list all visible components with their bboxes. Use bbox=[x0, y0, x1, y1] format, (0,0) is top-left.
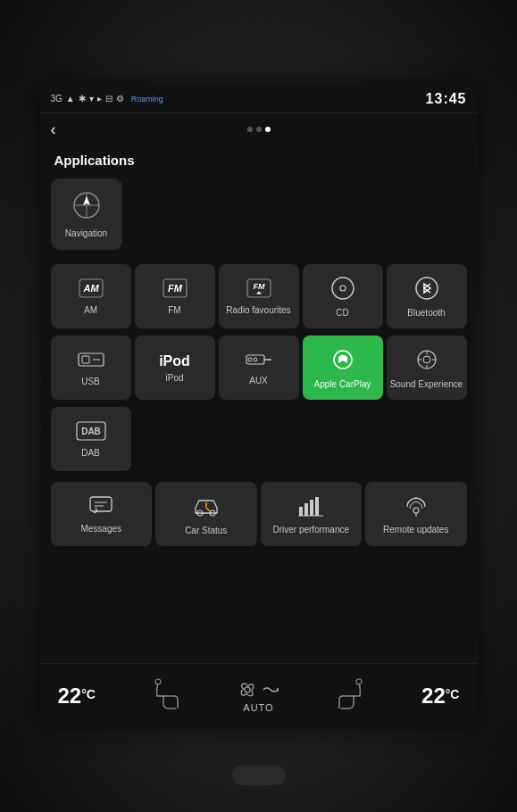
airflow-icon bbox=[262, 681, 279, 699]
remote-updates-tile[interactable]: Remote updates bbox=[365, 482, 467, 546]
status-left: 3G ▲ ✱ ▾ ▸ ⊟ ⚙ Roaming bbox=[51, 94, 163, 104]
cd-tile[interactable]: CD bbox=[303, 264, 383, 328]
dot-1 bbox=[247, 127, 253, 132]
svg-text:FM: FM bbox=[253, 282, 264, 291]
bluetooth-tile[interactable]: Bluetooth bbox=[387, 264, 467, 328]
svg-text:FM: FM bbox=[168, 283, 183, 294]
dab-tile[interactable]: DAB DAB bbox=[51, 407, 131, 471]
aux-icon bbox=[246, 351, 272, 372]
radio-fav-label: Radio favourites bbox=[226, 305, 290, 316]
svg-rect-37 bbox=[315, 497, 319, 516]
status-bar: 3G ▲ ✱ ▾ ▸ ⊟ ⚙ Roaming 13:45 bbox=[40, 85, 478, 113]
back-button[interactable]: ‹ bbox=[51, 120, 56, 139]
svg-marker-9 bbox=[255, 291, 263, 294]
navigation-icon bbox=[71, 189, 103, 225]
signal-icon: ▲ bbox=[66, 94, 75, 104]
media-apps-row2: USB iPod iPod bbox=[51, 336, 467, 400]
battery-icon: ⊟ bbox=[105, 94, 113, 104]
bluetooth-icon bbox=[414, 276, 439, 304]
am-tile[interactable]: AM AM bbox=[51, 264, 131, 328]
am-label: AM bbox=[84, 305, 97, 316]
svg-point-18 bbox=[248, 358, 252, 361]
driver-perf-icon bbox=[297, 494, 324, 521]
svg-rect-34 bbox=[299, 507, 303, 516]
fm-tile[interactable]: FM FM bbox=[135, 264, 215, 328]
right-seat-icon[interactable] bbox=[336, 676, 366, 716]
aux-tile[interactable]: AUX bbox=[219, 336, 299, 400]
ipod-text-icon: iPod bbox=[159, 353, 190, 369]
top-nav: ‹ bbox=[40, 113, 478, 145]
ipod-tile[interactable]: iPod iPod bbox=[135, 336, 215, 400]
apps-title: Applications bbox=[51, 153, 467, 168]
car-status-tile[interactable]: Car Status bbox=[155, 482, 257, 546]
sound-tile[interactable]: Sound Experience bbox=[387, 336, 467, 400]
home-button[interactable] bbox=[232, 766, 286, 785]
nav-app-container: Navigation bbox=[51, 178, 467, 250]
svg-rect-36 bbox=[310, 500, 313, 516]
content-wrapper: Applications Navigation bbox=[40, 145, 478, 663]
navigation-app-tile[interactable]: Navigation bbox=[51, 178, 122, 250]
utility-apps-grid: Messages Car Status bbox=[51, 482, 467, 546]
left-temp-display: 22 °C bbox=[58, 684, 96, 708]
radio-fav-icon: FM bbox=[246, 278, 271, 302]
driver-perf-label: Driver performance bbox=[272, 525, 349, 535]
svg-rect-14 bbox=[82, 356, 89, 363]
remote-updates-label: Remote updates bbox=[383, 525, 448, 535]
right-temp-display: 22 °C bbox=[421, 684, 459, 708]
fan-icon bbox=[237, 679, 258, 700]
usb-icon bbox=[77, 350, 105, 373]
sound-icon bbox=[414, 347, 439, 376]
svg-rect-29 bbox=[90, 497, 112, 511]
bluetooth-label: Bluetooth bbox=[407, 308, 445, 319]
svg-point-42 bbox=[245, 687, 250, 692]
car-status-icon bbox=[192, 493, 221, 522]
auto-control[interactable]: AUTO bbox=[237, 679, 279, 713]
fm-label: FM bbox=[168, 305, 180, 316]
carplay-tile[interactable]: Apple CarPlay bbox=[303, 336, 383, 400]
svg-point-19 bbox=[254, 358, 257, 361]
svg-point-39 bbox=[413, 508, 419, 513]
dab-icon: DAB bbox=[76, 421, 106, 444]
svg-text:AM: AM bbox=[82, 283, 99, 294]
right-temp-value: 22 bbox=[421, 684, 446, 708]
svg-text:DAB: DAB bbox=[81, 427, 101, 436]
left-seat-icon[interactable] bbox=[151, 676, 181, 716]
carplay-icon bbox=[330, 347, 355, 376]
auto-label: AUTO bbox=[243, 702, 273, 713]
am-icon: AM bbox=[79, 278, 104, 302]
messages-tile[interactable]: Messages bbox=[51, 482, 153, 546]
network-indicator: 3G bbox=[51, 94, 63, 104]
carplay-label: Apple CarPlay bbox=[314, 379, 371, 390]
aux-label: AUX bbox=[249, 376, 268, 386]
clock: 13:45 bbox=[426, 91, 467, 107]
page-indicator bbox=[247, 127, 271, 132]
media-row3: DAB DAB bbox=[51, 407, 467, 471]
fm-icon: FM bbox=[163, 278, 188, 302]
messages-label: Messages bbox=[80, 524, 121, 534]
dot-3 bbox=[265, 127, 271, 132]
svg-rect-16 bbox=[246, 355, 264, 364]
sound-label: Sound Experience bbox=[390, 379, 463, 390]
left-temp-unit: °C bbox=[81, 687, 96, 701]
navigation-label: Navigation bbox=[65, 228, 107, 239]
arrow-icon: ▸ bbox=[97, 94, 102, 104]
usb-label: USB bbox=[81, 377, 100, 387]
radio-fav-tile[interactable]: FM Radio favourites bbox=[219, 264, 299, 328]
ipod-label: iPod bbox=[165, 373, 183, 384]
driver-perf-tile[interactable]: Driver performance bbox=[261, 482, 363, 546]
svg-point-11 bbox=[340, 286, 346, 291]
cd-label: CD bbox=[336, 308, 348, 319]
svg-rect-35 bbox=[304, 503, 308, 516]
svg-point-10 bbox=[332, 278, 354, 299]
dot-2 bbox=[256, 127, 262, 132]
right-temp-unit: °C bbox=[446, 687, 460, 701]
svg-point-12 bbox=[416, 278, 438, 299]
bluetooth-status-icon: ✱ bbox=[79, 94, 86, 104]
roaming-text: Roaming bbox=[131, 95, 163, 104]
climate-bar: 22 °C bbox=[40, 663, 478, 727]
screen: 3G ▲ ✱ ▾ ▸ ⊟ ⚙ Roaming 13:45 ‹ bbox=[40, 85, 478, 727]
usb-tile[interactable]: USB bbox=[51, 336, 131, 400]
svg-point-22 bbox=[423, 356, 430, 363]
wifi-icon: ▾ bbox=[89, 94, 94, 104]
device-frame: 3G ▲ ✱ ▾ ▸ ⊟ ⚙ Roaming 13:45 ‹ bbox=[0, 0, 517, 812]
